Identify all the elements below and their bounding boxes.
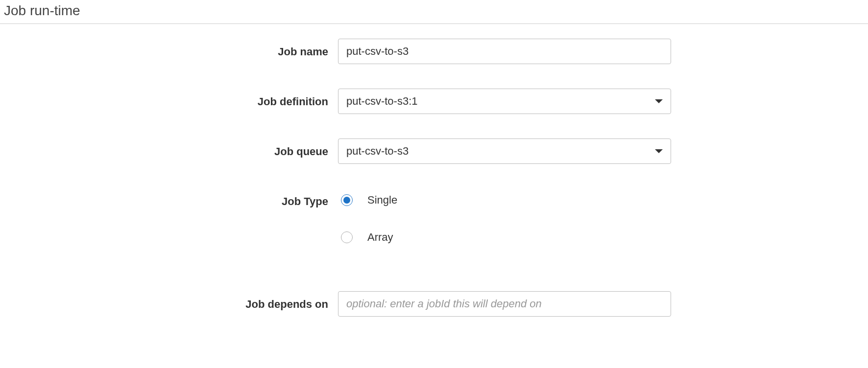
label-job-definition: Job definition xyxy=(0,89,338,108)
job-depends-on-input[interactable] xyxy=(338,291,671,317)
row-job-name: Job name xyxy=(0,39,868,64)
caret-down-icon xyxy=(655,99,663,103)
section-title: Job run-time xyxy=(4,3,868,19)
label-job-queue: Job queue xyxy=(0,138,338,158)
job-queue-value: put-csv-to-s3 xyxy=(346,145,409,158)
job-definition-value: put-csv-to-s3:1 xyxy=(346,95,418,108)
radio-option-single[interactable]: Single xyxy=(338,190,671,210)
job-name-input[interactable] xyxy=(338,39,671,64)
section-divider xyxy=(0,23,868,24)
radio-icon xyxy=(341,231,353,243)
radio-option-array[interactable]: Array xyxy=(338,228,671,247)
row-job-queue: Job queue put-csv-to-s3 xyxy=(0,138,868,164)
job-queue-select[interactable]: put-csv-to-s3 xyxy=(338,138,671,164)
row-job-definition: Job definition put-csv-to-s3:1 xyxy=(0,89,868,114)
label-job-type: Job Type xyxy=(0,188,338,208)
radio-label-single: Single xyxy=(367,194,397,207)
job-type-radio-group: Single Array xyxy=(338,188,671,247)
radio-label-array: Array xyxy=(367,231,393,244)
job-definition-select[interactable]: put-csv-to-s3:1 xyxy=(338,89,671,114)
label-job-name: Job name xyxy=(0,39,338,58)
caret-down-icon xyxy=(655,149,663,153)
label-job-depends-on: Job depends on xyxy=(0,291,338,311)
radio-icon xyxy=(341,194,353,206)
row-job-type: Job Type Single Array xyxy=(0,188,868,247)
row-job-depends-on: Job depends on xyxy=(0,291,868,317)
